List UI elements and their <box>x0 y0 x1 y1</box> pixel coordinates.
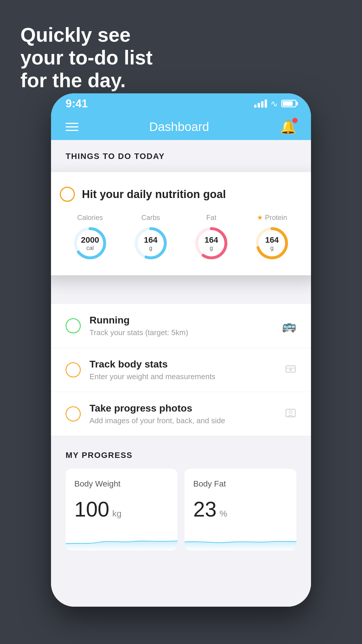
carbs-value: 164 <box>144 235 158 245</box>
status-bar: 9:41 ∿ <box>51 93 311 114</box>
nav-title: Dashboard <box>149 120 209 134</box>
todo-running-subtitle: Track your stats (target: 5km) <box>89 328 273 337</box>
svg-point-12 <box>289 411 292 414</box>
notifications-bell-button[interactable]: 🔔 <box>280 119 296 135</box>
signal-icon <box>254 99 267 108</box>
carbs-unit: g <box>149 245 152 251</box>
todo-running-text: Running Track your stats (target: 5km) <box>89 314 273 337</box>
hero-line1: Quickly see <box>20 23 152 46</box>
progress-header: MY PROGRESS <box>66 451 296 460</box>
calories-value: 2000 <box>81 235 99 245</box>
notification-badge <box>292 118 298 123</box>
fat-unit: g <box>210 245 213 251</box>
battery-icon <box>281 100 296 107</box>
protein-star-icon: ★ <box>257 214 263 222</box>
todo-running-circle <box>66 318 81 333</box>
svg-rect-11 <box>286 409 295 417</box>
macro-fat-label: Fat <box>206 214 217 222</box>
todo-bodystats-circle <box>66 362 81 377</box>
phone-frame: 9:41 ∿ <box>51 93 311 607</box>
wifi-icon: ∿ <box>270 99 278 109</box>
body-fat-value-row: 23 % <box>193 497 288 521</box>
protein-unit: g <box>270 245 273 251</box>
body-fat-value: 23 <box>193 497 217 521</box>
body-fat-chart <box>184 530 296 550</box>
progress-cards: Body Weight 100 kg <box>66 469 296 550</box>
macro-protein: ★ Protein 164 g <box>254 214 289 261</box>
macro-calories-label: Calories <box>77 214 103 222</box>
todo-item-body-stats[interactable]: Track body stats Enter your weight and m… <box>51 348 311 392</box>
nav-bar: Dashboard 🔔 <box>51 114 311 140</box>
calories-unit: cal <box>86 245 94 251</box>
body-fat-unit: % <box>219 509 227 519</box>
body-weight-card-title: Body Weight <box>74 479 169 489</box>
body-weight-chart <box>66 530 178 550</box>
section-title: THINGS TO DO TODAY <box>51 140 311 167</box>
todo-bodystats-text: Track body stats Enter your weight and m… <box>89 358 276 381</box>
macro-calories: Calories 2000 cal <box>73 214 108 261</box>
body-fat-card-title: Body Fat <box>193 479 288 489</box>
macro-calories-donut: 2000 cal <box>73 226 108 261</box>
macro-protein-label-row: ★ Protein <box>257 214 287 222</box>
macro-carbs: Carbs 164 g <box>133 214 168 261</box>
macro-carbs-donut: 164 g <box>133 226 168 261</box>
body-weight-value: 100 <box>74 497 109 521</box>
macro-protein-donut: 164 g <box>254 226 289 261</box>
body-weight-card[interactable]: Body Weight 100 kg <box>66 469 178 550</box>
body-weight-unit: kg <box>112 509 122 519</box>
hero-line2: your to-do list <box>20 46 152 69</box>
person-photo-icon <box>285 407 296 421</box>
running-shoe-icon: 🚌 <box>282 319 296 333</box>
hero-line3: for the day. <box>20 69 152 92</box>
todo-item-running[interactable]: Running Track your stats (target: 5km) 🚌 <box>51 304 311 348</box>
macro-carbs-label: Carbs <box>141 214 160 222</box>
todo-photos-title: Take progress photos <box>89 402 276 414</box>
phone-wrapper: 9:41 ∿ <box>51 93 311 607</box>
svg-point-10 <box>290 369 291 371</box>
status-time: 9:41 <box>66 97 88 110</box>
todo-bodystats-subtitle: Enter your weight and measurements <box>89 372 276 381</box>
todo-photos-text: Take progress photos Add images of your … <box>89 402 276 425</box>
todo-photos-circle <box>66 406 81 421</box>
fat-value: 164 <box>205 235 218 245</box>
status-icons: ∿ <box>254 99 296 109</box>
todo-photos-subtitle: Add images of your front, back, and side <box>89 416 276 425</box>
background: Quickly see your to-do list for the day.… <box>0 0 362 644</box>
todo-item-progress-photos[interactable]: Take progress photos Add images of your … <box>51 392 311 436</box>
app-content: THINGS TO DO TODAY Hit your daily nutrit… <box>51 140 311 607</box>
todo-bodystats-title: Track body stats <box>89 358 276 370</box>
macro-protein-label: Protein <box>265 214 287 222</box>
todo-running-title: Running <box>89 314 273 326</box>
goal-circle-indicator <box>60 187 75 202</box>
macro-fat-donut: 164 g <box>194 226 229 261</box>
hero-text: Quickly see your to-do list for the day. <box>20 23 152 92</box>
macro-fat: Fat 164 g <box>194 214 229 261</box>
goal-card-title: Hit your daily nutrition goal <box>82 188 226 201</box>
body-weight-value-row: 100 kg <box>74 497 169 521</box>
nutrition-goal-card: Hit your daily nutrition goal Calories <box>51 172 311 275</box>
hamburger-menu-button[interactable] <box>66 123 78 131</box>
progress-section: MY PROGRESS Body Weight 100 kg <box>51 436 311 550</box>
protein-value: 164 <box>265 235 279 245</box>
scale-icon <box>285 363 296 377</box>
body-fat-card[interactable]: Body Fat 23 % <box>184 469 296 550</box>
todo-list: Running Track your stats (target: 5km) 🚌… <box>51 304 311 436</box>
macros-row: Calories 2000 cal <box>60 214 302 261</box>
